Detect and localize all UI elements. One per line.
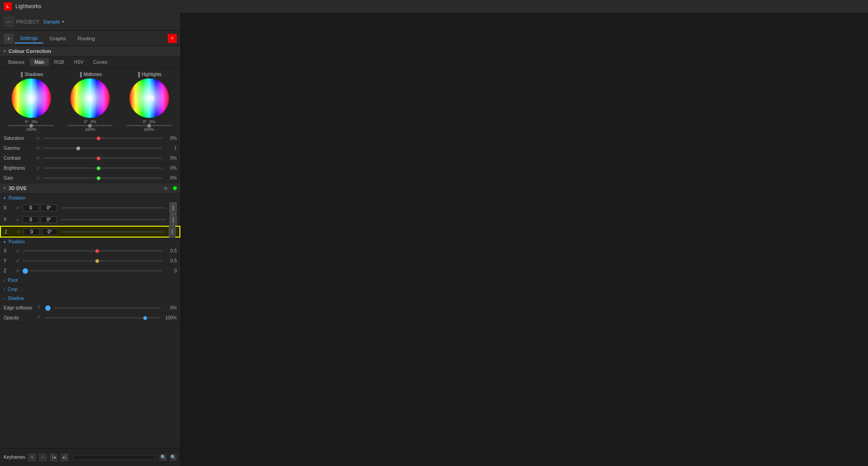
position-y-value: 0.5: [164, 258, 177, 263]
highlights-slider[interactable]: [127, 125, 172, 126]
rotation-z-input2[interactable]: [42, 228, 58, 235]
shadow-item[interactable]: › Shadow: [0, 294, 180, 303]
subtab-hsv[interactable]: HSV: [70, 58, 88, 66]
rotation-y-slider[interactable]: [61, 219, 166, 220]
keyframes-timeline[interactable]: [73, 455, 155, 460]
keyframes-next-button[interactable]: ▸|: [61, 453, 69, 461]
rotation-x-input2[interactable]: [41, 204, 57, 211]
contrast-thumb[interactable]: [97, 157, 100, 160]
add-tab-button[interactable]: +: [4, 33, 14, 43]
saturation-reset[interactable]: ↺: [35, 135, 41, 142]
rotation-y-input1[interactable]: [23, 216, 39, 223]
colour-correction-header[interactable]: ▾ Colour Correction: [0, 46, 180, 57]
pivot-item[interactable]: › Pivot: [0, 276, 180, 285]
gain-track[interactable]: [43, 177, 162, 179]
position-y-thumb[interactable]: [95, 259, 99, 263]
shadows-slider[interactable]: [9, 125, 54, 126]
gamma-thumb[interactable]: [76, 147, 80, 150]
gain-value: 0%: [164, 176, 177, 181]
gain-label: Gain: [4, 176, 33, 181]
back-button[interactable]: ←: [4, 16, 14, 27]
rotation-z-input1[interactable]: [24, 228, 40, 235]
keyframes-add-button[interactable]: +: [28, 453, 36, 461]
keyframes-prev-button[interactable]: |◂: [50, 453, 58, 461]
rotation-z-knob[interactable]: [169, 226, 176, 238]
close-panel-button[interactable]: ×: [168, 34, 177, 43]
keyframes-remove-button[interactable]: −: [39, 453, 47, 461]
tab-graphs[interactable]: Graphs: [44, 34, 71, 43]
subtab-main[interactable]: Main: [30, 58, 49, 66]
shadows-wheel-container: ▐ Shadows: [9, 72, 54, 132]
subtab-rgb[interactable]: RGB: [50, 58, 69, 66]
position-chevron: ▾: [4, 240, 6, 244]
svg-rect-2: [11, 78, 52, 119]
rotation-z-reset[interactable]: ↺: [15, 228, 22, 235]
edge-softness-track[interactable]: [54, 307, 160, 309]
tab-settings[interactable]: Settings: [14, 33, 43, 43]
brightness-reset[interactable]: ↺: [35, 165, 41, 171]
position-y-reset[interactable]: ↺: [14, 258, 21, 264]
rotation-label: Rotation: [9, 195, 25, 200]
project-dropdown-icon[interactable]: ▾: [62, 19, 64, 24]
midtones-values: 0° 0%: [84, 119, 97, 124]
position-x-reset[interactable]: ↺: [14, 248, 21, 254]
subtab-curves[interactable]: Curves: [89, 58, 112, 66]
midtones-wheel[interactable]: [70, 78, 110, 119]
keyframes-zoom-out-button[interactable]: 🔍: [170, 454, 177, 461]
contrast-track[interactable]: [43, 157, 162, 159]
position-z-reset[interactable]: ↺: [14, 268, 21, 274]
contrast-value: 0%: [164, 156, 177, 161]
midtones-slider[interactable]: [67, 125, 113, 126]
gamma-row: Gamma ↺ 1: [0, 143, 180, 153]
position-y-track[interactable]: [23, 260, 162, 262]
pivot-chevron: ›: [4, 278, 5, 283]
rotation-x-slider[interactable]: [61, 207, 166, 209]
opacity-reset[interactable]: ↺: [37, 315, 43, 321]
opacity-thumb[interactable]: [143, 316, 147, 320]
rotation-chevron: ▾: [4, 196, 6, 200]
brightness-thumb[interactable]: [97, 166, 100, 170]
saturation-track[interactable]: [43, 138, 162, 139]
gain-reset[interactable]: ↺: [35, 175, 41, 181]
position-z-track[interactable]: [30, 270, 162, 271]
gain-thumb[interactable]: [97, 176, 100, 180]
brightness-track[interactable]: [43, 167, 162, 169]
colour-correction-section: ▾ Colour Correction Balance Main RGB HSV…: [0, 46, 180, 183]
project-label: PROJECT: [16, 19, 39, 24]
rotation-header[interactable]: ▾ Rotation: [0, 194, 180, 202]
contrast-reset[interactable]: ↺: [35, 155, 41, 162]
subtab-balance[interactable]: Balance: [4, 58, 29, 66]
app-name: Lightworks: [15, 3, 41, 10]
position-z-dot: [23, 268, 28, 274]
gamma-reset[interactable]: ↺: [35, 145, 41, 152]
crop-item[interactable]: › Crop: [0, 285, 180, 294]
pivot-label: Pivot: [8, 278, 18, 283]
rotation-x-input1[interactable]: [23, 204, 39, 211]
rotation-z-slider[interactable]: [61, 231, 165, 233]
back-icon: ←: [6, 18, 12, 25]
shadows-wheel[interactable]: [11, 78, 52, 119]
highlights-wheel[interactable]: [129, 78, 170, 119]
panel-content[interactable]: ▾ Colour Correction Balance Main RGB HSV…: [0, 46, 180, 448]
rotation-y-input2[interactable]: [41, 216, 57, 223]
dve-section-header[interactable]: ▾ 3D DVE ⚙: [0, 183, 180, 194]
brightness-value: 0%: [164, 166, 177, 171]
position-x-thumb[interactable]: [95, 249, 99, 253]
rotation-y-reset[interactable]: ↺: [14, 217, 21, 223]
project-name[interactable]: Sample: [43, 19, 60, 24]
tab-routing[interactable]: Routing: [72, 34, 100, 43]
position-header[interactable]: ▾ Position: [0, 238, 180, 246]
rotation-x-reset[interactable]: ↺: [14, 205, 21, 211]
keyframes-bar: Keyframes + − |◂ ▸| 🔍 🔍: [0, 448, 180, 466]
keyframes-zoom-in-button[interactable]: 🔍: [160, 454, 167, 461]
gamma-track[interactable]: [43, 147, 162, 149]
rotation-x-knob[interactable]: [170, 202, 177, 214]
dve-gear-icon[interactable]: ⚙: [164, 186, 168, 191]
edge-softness-reset[interactable]: ↺: [37, 305, 43, 311]
opacity-track[interactable]: [45, 317, 160, 319]
position-x-track[interactable]: [23, 250, 162, 252]
rotation-y-knob[interactable]: [170, 214, 177, 226]
svg-point-17: [151, 98, 153, 99]
shadows-label: Shadows: [24, 72, 43, 77]
saturation-thumb[interactable]: [97, 137, 100, 140]
